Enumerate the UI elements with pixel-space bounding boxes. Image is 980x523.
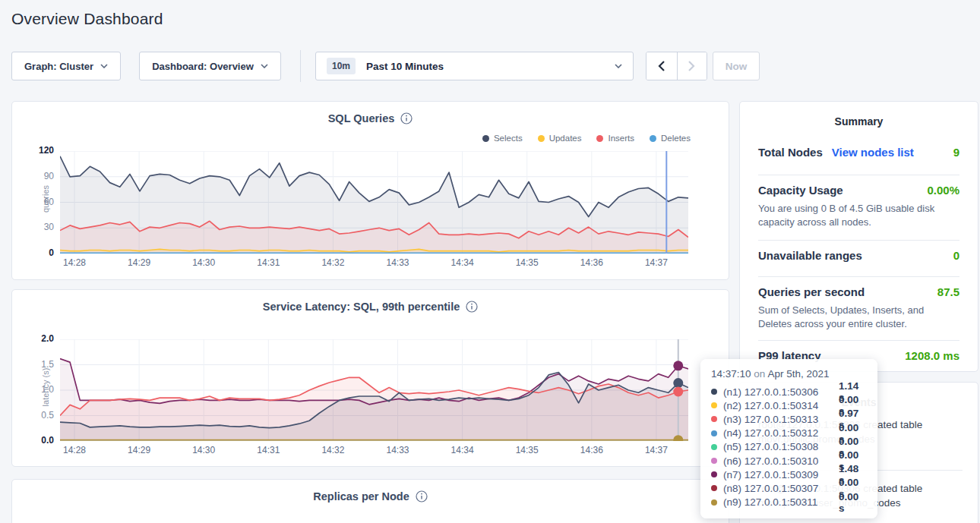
dashboard-dropdown[interactable]: Dashboard: Overview bbox=[139, 52, 281, 80]
service-latency-plot[interactable] bbox=[60, 339, 688, 441]
tooltip-node-value: 0.00 s bbox=[839, 491, 867, 514]
node-color-dot bbox=[711, 416, 717, 422]
y-tick-label: 1.5 bbox=[12, 359, 54, 370]
tooltip-node-address: (n6) 127.0.0.1:50310 bbox=[723, 455, 839, 467]
legend-label: Inserts bbox=[608, 134, 634, 143]
highlighted-data-point bbox=[673, 361, 683, 370]
summary-header: Summary bbox=[740, 115, 978, 128]
dashboard-dropdown-label: Dashboard: Overview bbox=[152, 61, 254, 72]
x-tick-label: 14:28 bbox=[57, 445, 92, 455]
x-tick-label: 14:36 bbox=[574, 445, 609, 455]
x-tick-label: 14:33 bbox=[381, 445, 416, 455]
legend-label: Selects bbox=[494, 134, 523, 143]
y-tick-label: 1.0 bbox=[12, 384, 54, 395]
node-color-dot bbox=[711, 444, 717, 450]
replicas-per-node-title: Replicas per Node bbox=[313, 490, 409, 503]
node-color-dot bbox=[711, 402, 717, 408]
tooltip-node-address: (n4) 127.0.0.1:50312 bbox=[723, 427, 839, 439]
x-tick-label: 14:28 bbox=[57, 257, 92, 268]
y-tick-label: 2.0 bbox=[12, 333, 54, 344]
total-nodes-label: Total Nodes bbox=[758, 146, 823, 159]
unavailable-ranges-label: Unavailable ranges bbox=[758, 249, 862, 262]
time-range-dropdown[interactable]: 10m Past 10 Minutes bbox=[315, 52, 634, 80]
node-color-dot bbox=[711, 458, 717, 464]
y-tick-label: 0.5 bbox=[12, 410, 54, 421]
tooltip-node-address: (n3) 127.0.0.1:50313 bbox=[723, 414, 839, 425]
summary-panel: Summary Total Nodes View nodes list 9 Ca… bbox=[739, 101, 978, 372]
summary-divider bbox=[758, 240, 959, 241]
sql-queries-title: SQL Queries bbox=[328, 112, 395, 124]
service-latency-title: Service Latency: SQL, 99th percentile bbox=[263, 301, 460, 313]
y-tick-label: 0.0 bbox=[12, 435, 54, 446]
node-color-dot bbox=[711, 485, 717, 491]
service-latency-card: Service Latency: SQL, 99th percentile la… bbox=[11, 289, 729, 467]
queries-per-second-value: 87.5 bbox=[937, 285, 959, 298]
y-tick-label: 120 bbox=[12, 145, 54, 156]
now-button[interactable]: Now bbox=[713, 52, 760, 80]
y-tick-label: 30 bbox=[12, 222, 54, 232]
info-icon[interactable] bbox=[416, 490, 428, 503]
tooltip-node-address: (n9) 127.0.0.1:50311 bbox=[723, 496, 839, 508]
sql-queries-plot[interactable] bbox=[60, 151, 688, 254]
time-range-badge: 10m bbox=[327, 58, 356, 74]
chevron-down-icon bbox=[261, 64, 268, 68]
legend-dot bbox=[596, 135, 603, 142]
highlighted-data-point bbox=[673, 378, 683, 388]
chevron-left-icon bbox=[658, 61, 665, 71]
replicas-per-node-card: Replicas per Node bbox=[11, 479, 729, 523]
tooltip-node-address: (n7) 127.0.0.1:50309 bbox=[723, 469, 839, 480]
summary-divider bbox=[758, 340, 959, 341]
x-tick-label: 14:31 bbox=[251, 445, 286, 455]
y-tick-label: 0 bbox=[12, 247, 54, 258]
tooltip-node-address: (n8) 127.0.0.1:50307 bbox=[723, 483, 839, 494]
x-tick-label: 14:34 bbox=[445, 445, 480, 455]
chevron-down-icon bbox=[100, 64, 108, 68]
legend-dot bbox=[482, 135, 489, 142]
x-tick-label: 14:32 bbox=[315, 257, 350, 268]
time-forward-button[interactable] bbox=[677, 52, 707, 80]
info-icon[interactable] bbox=[400, 112, 413, 124]
unavailable-ranges-value: 0 bbox=[953, 249, 959, 262]
x-tick-label: 14:31 bbox=[251, 257, 286, 268]
page-title: Overview Dashboard bbox=[11, 10, 163, 28]
legend-label: Deletes bbox=[661, 134, 691, 143]
chart-hover-tooltip: 14:37:10 on Apr 5th, 2021 (n1) 127.0.0.1… bbox=[700, 359, 877, 518]
view-nodes-list-link[interactable]: View nodes list bbox=[832, 146, 914, 159]
legend-item-deletes: Deletes bbox=[650, 134, 691, 143]
queries-per-second-description: Sum of Selects, Updates, Inserts, and De… bbox=[758, 304, 959, 331]
x-tick-label: 14:37 bbox=[639, 445, 674, 455]
x-tick-label: 14:30 bbox=[186, 257, 221, 268]
info-icon[interactable] bbox=[466, 301, 478, 313]
tooltip-node-address: (n1) 127.0.0.1:50306 bbox=[723, 386, 839, 398]
tooltip-timestamp: 14:37:10 on Apr 5th, 2021 bbox=[711, 368, 867, 380]
tooltip-node-address: (n2) 127.0.0.1:50314 bbox=[723, 400, 839, 411]
highlighted-data-point bbox=[673, 387, 683, 397]
node-color-dot bbox=[711, 471, 717, 477]
total-nodes-value: 9 bbox=[953, 146, 959, 159]
x-tick-label: 14:32 bbox=[315, 445, 350, 455]
legend-item-updates: Updates bbox=[538, 134, 582, 143]
node-color-dot bbox=[711, 430, 717, 436]
summary-divider bbox=[758, 276, 959, 277]
node-color-dot bbox=[711, 499, 717, 506]
x-tick-label: 14:33 bbox=[381, 257, 416, 268]
p99-latency-value: 1208.0 ms bbox=[905, 349, 959, 362]
tooltip-row: (n9) 127.0.0.1:503110.00 s bbox=[711, 496, 867, 509]
y-tick-label: 90 bbox=[12, 171, 54, 181]
x-tick-label: 14:36 bbox=[574, 257, 609, 268]
capacity-usage-value: 0.00% bbox=[927, 184, 959, 197]
graph-dropdown-label: Graph: Cluster bbox=[24, 61, 93, 72]
x-tick-label: 14:29 bbox=[122, 445, 156, 455]
sql-chart-svg bbox=[60, 151, 688, 254]
legend-label: Updates bbox=[549, 134, 582, 143]
time-back-button[interactable] bbox=[646, 52, 677, 80]
toolbar-divider bbox=[300, 50, 301, 82]
x-tick-label: 14:30 bbox=[186, 445, 221, 455]
legend-item-inserts: Inserts bbox=[596, 134, 634, 143]
x-tick-label: 14:29 bbox=[122, 257, 156, 268]
x-tick-label: 14:34 bbox=[445, 257, 480, 268]
graph-dropdown[interactable]: Graph: Cluster bbox=[11, 52, 121, 80]
x-tick-label: 14:35 bbox=[510, 257, 545, 268]
x-tick-label: 14:37 bbox=[639, 257, 674, 268]
node-color-dot bbox=[711, 389, 717, 395]
